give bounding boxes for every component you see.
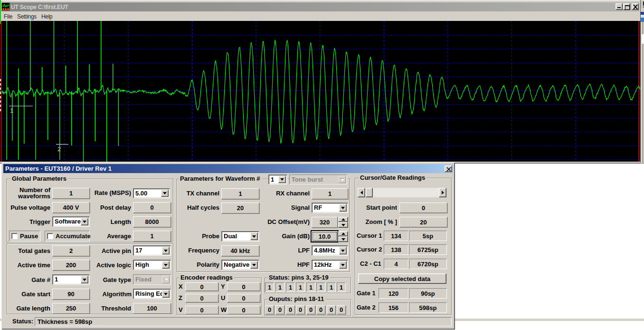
svg-text:1: 1 [10,107,13,114]
svg-text:2: 2 [57,146,61,153]
